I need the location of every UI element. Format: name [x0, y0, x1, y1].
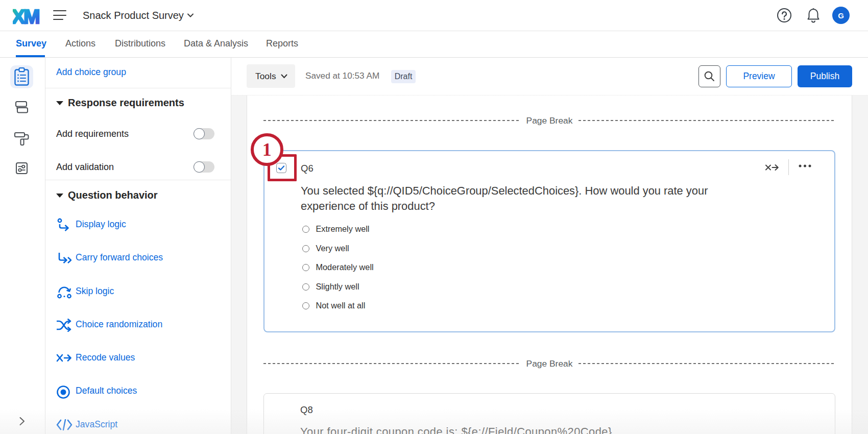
svg-text:XM: XM	[13, 6, 39, 27]
